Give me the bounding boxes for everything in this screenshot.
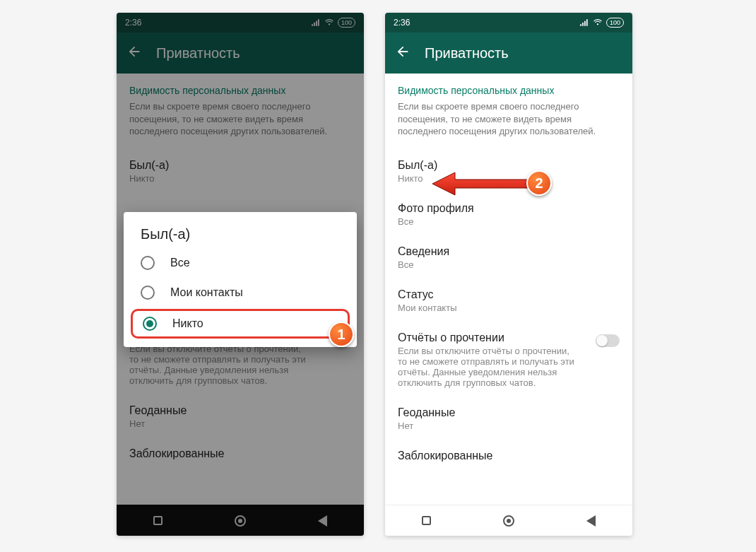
annotation-badge-2: 2 [526,170,552,196]
option-label: Никто [172,317,203,330]
setting-label: Геоданные [398,406,620,419]
back-icon[interactable] [126,44,142,62]
setting-label: Был(-а) [398,159,620,172]
setting-description: Если вы отключите отчёты о прочтении, то… [129,343,306,386]
setting-value: Мои контакты [398,303,620,313]
setting-label: Сведения [398,245,620,258]
setting-label: Отчёты о прочтении [398,331,574,344]
status-time: 2:36 [125,18,141,28]
setting-label: Геоданные [129,404,351,417]
nav-recent-icon[interactable] [418,512,435,529]
radio-icon [143,317,157,331]
setting-label: Был(-а) [129,159,351,172]
setting-profile-photo[interactable]: Фото профиля Все [398,194,620,237]
settings-content: Видимость персональных данных Если вы ск… [385,74,632,505]
status-icons: 100 [579,18,624,28]
radio-icon [141,256,155,270]
setting-label: Заблокированные [398,450,620,462]
battery-icon: 100 [338,18,355,28]
last-seen-dialog: Был(-а) Все Мои контакты Никто [124,212,357,347]
radio-icon [141,286,155,300]
nav-back-icon[interactable] [314,512,331,529]
setting-value: Все [398,216,620,227]
setting-status[interactable]: Статус Мои контакты [398,280,620,323]
setting-value: Все [398,259,620,270]
setting-last-seen[interactable]: Был(-а) Никто [129,151,351,194]
phone-screenshot-left: 2:36 100 Приватность Видимость персональ… [117,13,364,536]
setting-value: Нет [398,421,620,431]
back-icon[interactable] [395,44,411,62]
setting-value: Нет [129,418,351,429]
status-time: 2:36 [394,18,410,28]
wifi-icon [593,18,603,28]
status-bar: 2:36 100 [117,13,364,33]
nav-home-icon[interactable] [500,512,517,529]
setting-read-receipts[interactable]: Отчёты о прочтении Если вы отключите отч… [398,323,620,398]
setting-label: Фото профиля [398,202,620,215]
section-description: Если вы скроете время своего последнего … [129,100,351,138]
section-heading: Видимость персональных данных [129,85,351,96]
setting-blocked[interactable]: Заблокированные [398,441,620,472]
setting-blocked[interactable]: Заблокированные [129,439,351,470]
page-title: Приватность [156,45,240,61]
dialog-title: Был(-а) [124,226,357,248]
option-nobody[interactable]: Никто [131,309,350,339]
section-heading: Видимость персональных данных [398,85,620,96]
status-bar: 2:36 100 [385,13,632,33]
setting-label: Статус [398,288,620,301]
battery-icon: 100 [606,18,624,28]
option-label: Все [170,257,190,269]
phone-screenshot-right: 2:36 100 Приватность Видимость персональ… [385,13,632,536]
page-title: Приватность [425,45,509,61]
signal-icon [579,18,589,28]
toggle-switch[interactable] [596,334,620,347]
annotation-arrow [431,171,530,196]
option-my-contacts[interactable]: Мои контакты [124,278,357,307]
setting-description: Если вы отключите отчёты о прочтении, то… [398,346,574,388]
wifi-icon [324,18,334,28]
signal-icon [311,18,321,28]
nav-recent-icon[interactable] [149,512,166,529]
android-nav-bar [385,505,632,536]
option-everyone[interactable]: Все [124,248,357,278]
setting-live-location[interactable]: Геоданные Нет [398,398,620,441]
annotation-badge-1: 1 [329,322,354,347]
option-label: Мои контакты [170,286,243,299]
setting-label: Заблокированные [129,447,351,460]
android-nav-bar [117,505,364,536]
setting-live-location[interactable]: Геоданные Нет [129,396,351,439]
app-bar: Приватность [117,33,364,74]
app-bar: Приватность [385,33,632,74]
nav-back-icon[interactable] [583,512,600,529]
status-icons: 100 [311,18,355,28]
section-description: Если вы скроете время своего последнего … [398,100,620,138]
nav-home-icon[interactable] [232,512,249,529]
setting-about[interactable]: Сведения Все [398,237,620,280]
setting-value: Никто [129,173,351,184]
